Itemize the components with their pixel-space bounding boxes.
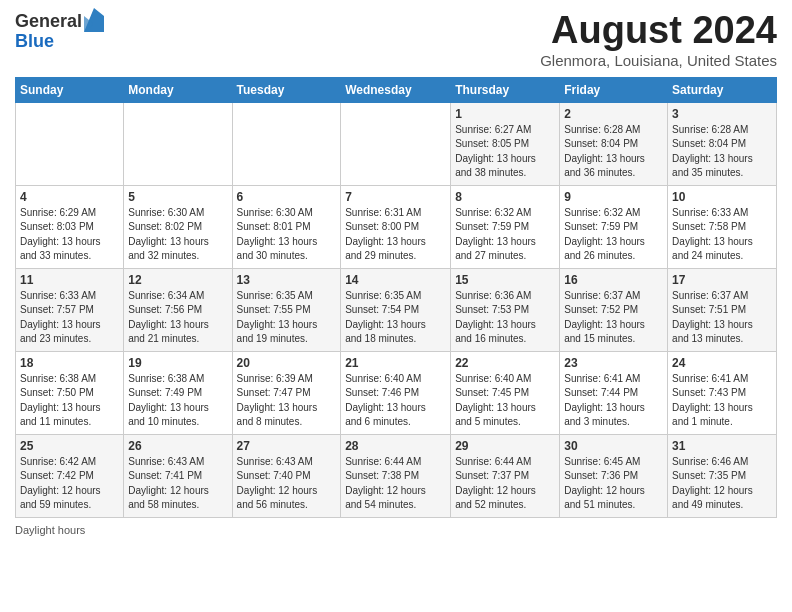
calendar-cell: 24Sunrise: 6:41 AM Sunset: 7:43 PM Dayli… <box>668 351 777 434</box>
day-number: 3 <box>672 107 772 121</box>
day-number: 9 <box>564 190 663 204</box>
day-number: 20 <box>237 356 337 370</box>
day-info: Sunrise: 6:34 AM Sunset: 7:56 PM Dayligh… <box>128 289 227 347</box>
day-number: 1 <box>455 107 555 121</box>
day-info: Sunrise: 6:40 AM Sunset: 7:45 PM Dayligh… <box>455 372 555 430</box>
calendar-cell <box>124 102 232 185</box>
column-header-monday: Monday <box>124 77 232 102</box>
calendar-cell: 9Sunrise: 6:32 AM Sunset: 7:59 PM Daylig… <box>560 185 668 268</box>
day-number: 19 <box>128 356 227 370</box>
day-info: Sunrise: 6:39 AM Sunset: 7:47 PM Dayligh… <box>237 372 337 430</box>
header: General Blue August 2024 Glenmora, Louis… <box>15 10 777 69</box>
day-info: Sunrise: 6:29 AM Sunset: 8:03 PM Dayligh… <box>20 206 119 264</box>
calendar-cell: 23Sunrise: 6:41 AM Sunset: 7:44 PM Dayli… <box>560 351 668 434</box>
day-number: 25 <box>20 439 119 453</box>
day-number: 17 <box>672 273 772 287</box>
day-info: Sunrise: 6:31 AM Sunset: 8:00 PM Dayligh… <box>345 206 446 264</box>
day-number: 28 <box>345 439 446 453</box>
calendar-week-row: 1Sunrise: 6:27 AM Sunset: 8:05 PM Daylig… <box>16 102 777 185</box>
calendar-cell: 5Sunrise: 6:30 AM Sunset: 8:02 PM Daylig… <box>124 185 232 268</box>
calendar-cell: 2Sunrise: 6:28 AM Sunset: 8:04 PM Daylig… <box>560 102 668 185</box>
logo-general-text: General <box>15 12 82 30</box>
calendar-week-row: 4Sunrise: 6:29 AM Sunset: 8:03 PM Daylig… <box>16 185 777 268</box>
day-number: 15 <box>455 273 555 287</box>
day-number: 24 <box>672 356 772 370</box>
day-info: Sunrise: 6:30 AM Sunset: 8:01 PM Dayligh… <box>237 206 337 264</box>
logo: General Blue <box>15 10 104 51</box>
day-number: 31 <box>672 439 772 453</box>
column-header-thursday: Thursday <box>451 77 560 102</box>
day-number: 11 <box>20 273 119 287</box>
calendar-cell: 13Sunrise: 6:35 AM Sunset: 7:55 PM Dayli… <box>232 268 341 351</box>
day-number: 13 <box>237 273 337 287</box>
calendar-cell: 21Sunrise: 6:40 AM Sunset: 7:46 PM Dayli… <box>341 351 451 434</box>
calendar-cell: 17Sunrise: 6:37 AM Sunset: 7:51 PM Dayli… <box>668 268 777 351</box>
calendar-cell: 22Sunrise: 6:40 AM Sunset: 7:45 PM Dayli… <box>451 351 560 434</box>
calendar-cell <box>341 102 451 185</box>
logo-blue-text: Blue <box>15 31 54 51</box>
day-number: 18 <box>20 356 119 370</box>
day-info: Sunrise: 6:36 AM Sunset: 7:53 PM Dayligh… <box>455 289 555 347</box>
calendar-cell: 3Sunrise: 6:28 AM Sunset: 8:04 PM Daylig… <box>668 102 777 185</box>
day-info: Sunrise: 6:33 AM Sunset: 7:57 PM Dayligh… <box>20 289 119 347</box>
calendar-cell: 8Sunrise: 6:32 AM Sunset: 7:59 PM Daylig… <box>451 185 560 268</box>
calendar-cell: 25Sunrise: 6:42 AM Sunset: 7:42 PM Dayli… <box>16 434 124 517</box>
calendar-cell: 16Sunrise: 6:37 AM Sunset: 7:52 PM Dayli… <box>560 268 668 351</box>
calendar-week-row: 11Sunrise: 6:33 AM Sunset: 7:57 PM Dayli… <box>16 268 777 351</box>
calendar-cell: 20Sunrise: 6:39 AM Sunset: 7:47 PM Dayli… <box>232 351 341 434</box>
day-number: 10 <box>672 190 772 204</box>
day-number: 30 <box>564 439 663 453</box>
day-info: Sunrise: 6:37 AM Sunset: 7:51 PM Dayligh… <box>672 289 772 347</box>
day-info: Sunrise: 6:40 AM Sunset: 7:46 PM Dayligh… <box>345 372 446 430</box>
day-info: Sunrise: 6:35 AM Sunset: 7:54 PM Dayligh… <box>345 289 446 347</box>
calendar-week-row: 25Sunrise: 6:42 AM Sunset: 7:42 PM Dayli… <box>16 434 777 517</box>
day-number: 16 <box>564 273 663 287</box>
day-info: Sunrise: 6:41 AM Sunset: 7:44 PM Dayligh… <box>564 372 663 430</box>
day-info: Sunrise: 6:44 AM Sunset: 7:38 PM Dayligh… <box>345 455 446 513</box>
day-number: 14 <box>345 273 446 287</box>
day-number: 22 <box>455 356 555 370</box>
day-number: 8 <box>455 190 555 204</box>
day-number: 23 <box>564 356 663 370</box>
location-subtitle: Glenmora, Louisiana, United States <box>540 52 777 69</box>
calendar-cell: 4Sunrise: 6:29 AM Sunset: 8:03 PM Daylig… <box>16 185 124 268</box>
column-header-sunday: Sunday <box>16 77 124 102</box>
day-info: Sunrise: 6:33 AM Sunset: 7:58 PM Dayligh… <box>672 206 772 264</box>
daylight-label: Daylight hours <box>15 524 85 536</box>
calendar-cell <box>16 102 124 185</box>
calendar-cell: 12Sunrise: 6:34 AM Sunset: 7:56 PM Dayli… <box>124 268 232 351</box>
calendar-cell: 31Sunrise: 6:46 AM Sunset: 7:35 PM Dayli… <box>668 434 777 517</box>
calendar-cell: 10Sunrise: 6:33 AM Sunset: 7:58 PM Dayli… <box>668 185 777 268</box>
calendar-cell: 28Sunrise: 6:44 AM Sunset: 7:38 PM Dayli… <box>341 434 451 517</box>
month-year-title: August 2024 <box>540 10 777 52</box>
day-info: Sunrise: 6:43 AM Sunset: 7:40 PM Dayligh… <box>237 455 337 513</box>
calendar-cell: 19Sunrise: 6:38 AM Sunset: 7:49 PM Dayli… <box>124 351 232 434</box>
day-number: 21 <box>345 356 446 370</box>
day-info: Sunrise: 6:35 AM Sunset: 7:55 PM Dayligh… <box>237 289 337 347</box>
day-info: Sunrise: 6:46 AM Sunset: 7:35 PM Dayligh… <box>672 455 772 513</box>
calendar-table: SundayMondayTuesdayWednesdayThursdayFrid… <box>15 77 777 518</box>
day-number: 6 <box>237 190 337 204</box>
logo-icon <box>84 8 104 32</box>
day-number: 26 <box>128 439 227 453</box>
day-info: Sunrise: 6:45 AM Sunset: 7:36 PM Dayligh… <box>564 455 663 513</box>
day-info: Sunrise: 6:37 AM Sunset: 7:52 PM Dayligh… <box>564 289 663 347</box>
calendar-week-row: 18Sunrise: 6:38 AM Sunset: 7:50 PM Dayli… <box>16 351 777 434</box>
day-info: Sunrise: 6:30 AM Sunset: 8:02 PM Dayligh… <box>128 206 227 264</box>
day-info: Sunrise: 6:44 AM Sunset: 7:37 PM Dayligh… <box>455 455 555 513</box>
calendar-cell: 1Sunrise: 6:27 AM Sunset: 8:05 PM Daylig… <box>451 102 560 185</box>
day-number: 7 <box>345 190 446 204</box>
calendar-cell: 11Sunrise: 6:33 AM Sunset: 7:57 PM Dayli… <box>16 268 124 351</box>
calendar-cell: 14Sunrise: 6:35 AM Sunset: 7:54 PM Dayli… <box>341 268 451 351</box>
footer-note: Daylight hours <box>15 524 777 536</box>
day-info: Sunrise: 6:38 AM Sunset: 7:49 PM Dayligh… <box>128 372 227 430</box>
calendar-cell: 29Sunrise: 6:44 AM Sunset: 7:37 PM Dayli… <box>451 434 560 517</box>
day-number: 5 <box>128 190 227 204</box>
calendar-cell: 7Sunrise: 6:31 AM Sunset: 8:00 PM Daylig… <box>341 185 451 268</box>
day-number: 29 <box>455 439 555 453</box>
calendar-cell: 30Sunrise: 6:45 AM Sunset: 7:36 PM Dayli… <box>560 434 668 517</box>
day-info: Sunrise: 6:32 AM Sunset: 7:59 PM Dayligh… <box>564 206 663 264</box>
column-header-friday: Friday <box>560 77 668 102</box>
day-info: Sunrise: 6:42 AM Sunset: 7:42 PM Dayligh… <box>20 455 119 513</box>
calendar-cell: 15Sunrise: 6:36 AM Sunset: 7:53 PM Dayli… <box>451 268 560 351</box>
